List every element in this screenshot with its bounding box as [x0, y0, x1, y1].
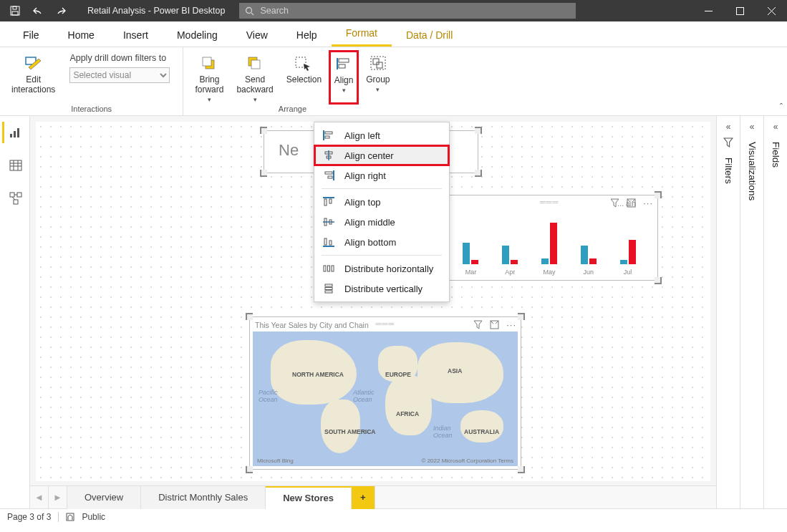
svg-rect-44: [328, 176, 332, 178]
map-body[interactable]: NORTH AMERICA SOUTH AMERICA EUROPE AFRIC…: [253, 332, 518, 466]
bar-chart-visual[interactable]: ═══ ··· ... ain MarAprMayJunJul: [440, 195, 658, 281]
expand-icon[interactable]: «: [750, 122, 755, 132]
resize-handle[interactable]: [246, 313, 253, 320]
svg-rect-43: [325, 172, 332, 174]
page-nav-next[interactable]: ►: [49, 486, 67, 509]
maximize-button[interactable]: [724, 0, 755, 21]
svg-rect-53: [329, 241, 332, 245]
align-icon: [334, 54, 354, 74]
svg-rect-19: [373, 59, 379, 64]
model-view-icon[interactable]: [2, 188, 28, 209]
align-left-icon: [323, 130, 334, 141]
save-icon[interactable]: [6, 1, 24, 21]
bring-forward-icon: [199, 53, 219, 73]
resize-handle[interactable]: [260, 127, 267, 134]
edit-interactions-button[interactable]: Edit interactions: [6, 50, 61, 105]
focus-mode-icon[interactable]: [490, 320, 499, 329]
tab-data-drill[interactable]: Data / Drill: [392, 23, 467, 47]
report-view-icon[interactable]: [2, 122, 28, 143]
chart-axis-labels: MarAprMayJunJul: [451, 269, 647, 276]
tab-format[interactable]: Format: [332, 21, 392, 47]
resize-handle[interactable]: [475, 127, 482, 134]
report-page[interactable]: ═══ Ne ═══ ··· ... ain: [36, 122, 710, 481]
align-top-item[interactable]: Align top: [314, 192, 449, 212]
ribbon-group-arrange: Bring forward ▾ Send backward ▾ Selectio…: [183, 47, 401, 115]
minimize-button[interactable]: [692, 0, 724, 21]
filter-icon[interactable]: [610, 198, 619, 208]
right-rails: « Filters « Visualizations « Fields: [716, 116, 787, 508]
search-box[interactable]: Search: [239, 3, 576, 19]
map-copyright: © 2022 Microsoft Corporation Terms: [422, 458, 513, 464]
drill-filters-select[interactable]: Selected visual: [69, 67, 170, 83]
group-button[interactable]: Group ▾: [360, 50, 395, 105]
undo-icon[interactable]: [29, 1, 47, 21]
sensitivity-icon[interactable]: [66, 513, 74, 521]
svg-rect-31: [14, 200, 18, 204]
filter-icon: [723, 137, 733, 147]
align-right-item[interactable]: Align right: [314, 165, 449, 185]
focus-mode-icon[interactable]: [627, 198, 636, 208]
tab-modeling[interactable]: Modeling: [163, 23, 232, 47]
resize-handle[interactable]: [246, 466, 253, 473]
svg-rect-37: [325, 132, 332, 134]
collapse-ribbon-icon[interactable]: ˆ: [780, 102, 783, 112]
svg-rect-2: [12, 11, 18, 15]
canvas[interactable]: ═══ Ne ═══ ··· ... ain: [30, 116, 716, 508]
group-icon: [368, 53, 388, 73]
selection-icon: [294, 53, 314, 73]
page-tab-dms[interactable]: District Monthly Sales: [141, 486, 266, 509]
align-left-item[interactable]: Align left: [314, 125, 449, 145]
align-center-item[interactable]: Align center: [314, 145, 449, 165]
align-center-icon: [323, 150, 334, 161]
data-view-icon[interactable]: [2, 155, 28, 176]
chevron-down-icon: ▾: [342, 87, 346, 94]
tab-home[interactable]: Home: [54, 23, 109, 47]
more-options-icon[interactable]: ···: [506, 319, 516, 330]
bring-forward-button[interactable]: Bring forward ▾: [189, 50, 229, 105]
expand-icon[interactable]: «: [773, 122, 778, 132]
svg-rect-30: [17, 193, 21, 197]
close-button[interactable]: [755, 0, 787, 21]
svg-rect-55: [328, 266, 330, 271]
resize-handle[interactable]: [260, 170, 267, 177]
more-options-icon[interactable]: ···: [643, 198, 653, 208]
resize-handle[interactable]: [655, 191, 662, 198]
group-label-arrange: Arrange: [279, 105, 306, 115]
resize-handle[interactable]: [518, 466, 525, 473]
resize-handle[interactable]: [475, 170, 482, 177]
align-button[interactable]: Align ▾: [329, 50, 359, 105]
fields-panel-collapsed[interactable]: « Fields: [763, 116, 787, 508]
tab-view[interactable]: View: [232, 23, 282, 47]
svg-rect-13: [251, 60, 260, 69]
svg-line-4: [251, 13, 254, 15]
menu-tabs: File Home Insert Modeling View Help Form…: [0, 21, 787, 47]
resize-handle[interactable]: [655, 277, 662, 284]
tab-help[interactable]: Help: [282, 23, 332, 47]
expand-icon[interactable]: «: [726, 122, 731, 132]
distribute-horizontal-item[interactable]: Distribute horizontally: [314, 258, 449, 279]
align-bottom-item[interactable]: Align bottom: [314, 232, 449, 252]
drag-handle-icon[interactable]: ═══: [540, 198, 559, 206]
drag-handle-icon[interactable]: ═══: [376, 319, 395, 328]
tab-file[interactable]: File: [9, 23, 54, 47]
selection-pane-button[interactable]: Selection: [281, 50, 327, 105]
add-page-button[interactable]: +: [352, 486, 375, 509]
redo-icon[interactable]: [52, 1, 70, 21]
svg-rect-17: [339, 64, 345, 68]
svg-rect-47: [329, 199, 332, 203]
filters-panel-collapsed[interactable]: « Filters: [716, 116, 740, 508]
svg-rect-59: [325, 291, 332, 293]
map-visual[interactable]: ═══ ··· This Year Sales by City and Chai…: [249, 316, 521, 470]
page-tab-newstores[interactable]: New Stores: [266, 486, 352, 509]
page-tab-overview[interactable]: Overview: [67, 486, 141, 509]
filter-icon[interactable]: [473, 320, 483, 329]
align-middle-item[interactable]: Align middle: [314, 212, 449, 232]
resize-handle[interactable]: [518, 313, 525, 320]
page-nav-prev[interactable]: ◄: [30, 486, 49, 509]
page-indicator: Page 3 of 3: [7, 512, 51, 522]
distribute-vertical-item[interactable]: Distribute vertically: [314, 279, 449, 299]
visualizations-panel-collapsed[interactable]: « Visualizations: [740, 116, 763, 508]
tab-insert[interactable]: Insert: [109, 23, 163, 47]
window-controls: [692, 0, 787, 21]
send-backward-button[interactable]: Send backward ▾: [231, 50, 279, 105]
